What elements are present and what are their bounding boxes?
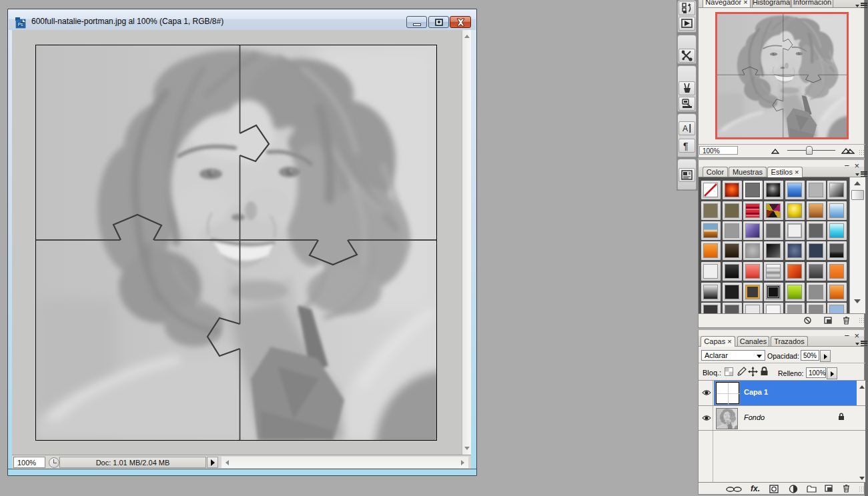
svg-text:¶: ¶ — [683, 141, 689, 151]
svg-text:Ps: Ps — [18, 22, 23, 27]
svg-text:A: A — [683, 124, 688, 133]
